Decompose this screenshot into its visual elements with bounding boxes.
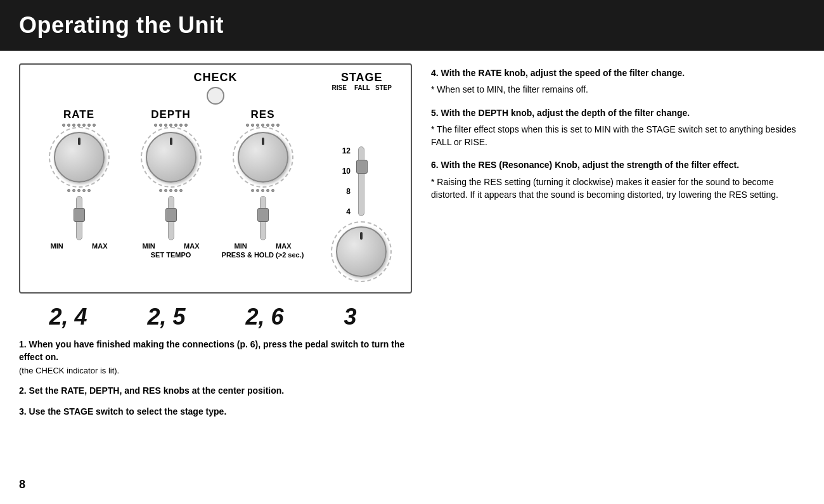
res-label: RES [251, 108, 275, 121]
stage-num-10: 10 [342, 167, 351, 176]
instruction-2: 2. Set the RATE, DEPTH, and RES knobs at… [19, 384, 412, 397]
res-min: MIN [235, 242, 247, 250]
depth-slider [168, 196, 174, 240]
rate-dots-bottom [67, 189, 91, 192]
instruction-5-bold: 5. With the DEPTH knob, adjust the depth… [431, 107, 805, 119]
dot [271, 189, 274, 192]
knobs-area: RATE [33, 108, 398, 282]
stage-num-8: 8 [342, 187, 351, 196]
stage-sub-fall: FALL [354, 84, 370, 91]
stage-slider-col: 12 10 8 4 [331, 146, 392, 282]
dot [87, 189, 91, 192]
res-slider-thumb [257, 208, 269, 222]
instruction-5-note: * The filter effect stops when this is s… [431, 123, 805, 149]
res-knob-col: RES [217, 108, 309, 259]
stage-knob-outer [331, 221, 392, 282]
rate-step-number: 2, 4 [49, 304, 87, 330]
depth-max: MAX [184, 242, 199, 250]
depth-step-number: 2, 5 [147, 304, 185, 330]
depth-min: MIN [143, 242, 155, 250]
dot [169, 189, 172, 192]
stage-label: STAGE [332, 71, 392, 84]
res-max: MAX [276, 242, 291, 250]
stage-num-4: 4 [342, 207, 351, 216]
depth-knob-col: DEPTH [125, 108, 217, 259]
stage-num-12: 12 [342, 146, 351, 155]
res-slider-track [260, 196, 266, 240]
stage-knob-inner [336, 226, 387, 277]
right-instruction-4: 4. With the RATE knob, adjust the speed … [431, 67, 805, 96]
rate-knob-outer [49, 127, 110, 188]
dot [77, 189, 80, 192]
rate-knob-col: RATE [33, 108, 125, 259]
page-title: Operating the Unit [19, 12, 224, 39]
right-instruction-6: 6. With the RES (Resonance) Knob, adjust… [431, 158, 805, 201]
rate-slider-track [76, 196, 82, 240]
rate-knob-inner [54, 132, 105, 183]
rate-slider [76, 196, 82, 240]
res-dots-bottom [251, 189, 274, 192]
left-panel: CHECK STAGE RISE FALL STEP RATE [19, 63, 412, 425]
depth-knob-inner [146, 132, 196, 183]
depth-dots-bottom [159, 189, 183, 192]
stage-area: STAGE RISE FALL STEP [332, 71, 392, 91]
instruction-3: 3. Use the STAGE switch to select the st… [19, 405, 412, 418]
dot [179, 189, 183, 192]
stage-sub: RISE FALL STEP [332, 84, 392, 91]
instruction-1: 1. When you have finished making the con… [19, 338, 412, 377]
stage-sub-step: STEP [375, 84, 392, 91]
right-panel: 4. With the RATE knob, adjust the speed … [431, 63, 805, 425]
right-instruction-5: 5. With the DEPTH knob, adjust the depth… [431, 107, 805, 149]
dot [251, 189, 254, 192]
rate-min: MIN [51, 242, 63, 250]
set-tempo-label: SET TEMPO [151, 251, 191, 259]
dot [164, 189, 167, 192]
stage-slider-wrapper: 12 10 8 4 [358, 146, 364, 216]
instruction-1-bold: 1. When you have finished making the con… [19, 339, 404, 362]
press-hold-label: PRESS & HOLD (>2 sec.) [222, 251, 304, 259]
stage-sub-rise: RISE [332, 84, 347, 91]
dot [266, 189, 269, 192]
depth-label: DEPTH [151, 108, 191, 121]
bottom-numbers-row: 2, 4 2, 5 2, 6 3 [19, 304, 387, 330]
instruction-6-note: * Raising the RES setting (turning it cl… [431, 176, 805, 202]
header: Operating the Unit [0, 0, 824, 51]
instruction-4-note: * When set to MIN, the filter remains of… [431, 83, 805, 96]
instruction-6-bold: 6. With the RES (Resonance) Knob, adjust… [431, 158, 805, 171]
rate-min-max: MIN MAX [51, 242, 108, 250]
instruction-4-bold: 4. With the RATE knob, adjust the speed … [431, 67, 805, 79]
check-indicator [207, 87, 224, 105]
rate-max: MAX [92, 242, 107, 250]
dot [82, 189, 86, 192]
left-instructions: 1. When you have finished making the con… [19, 338, 412, 418]
res-knob-outer [233, 127, 293, 188]
stage-slider-thumb [356, 160, 368, 174]
depth-knob-outer [141, 127, 202, 188]
dot [67, 189, 70, 192]
dot [261, 189, 264, 192]
res-min-max: MIN MAX [235, 242, 292, 250]
depth-slider-track [168, 196, 174, 240]
depth-min-max: MIN MAX [143, 242, 200, 250]
device-diagram: CHECK STAGE RISE FALL STEP RATE [19, 63, 412, 294]
res-knob-inner [238, 132, 288, 183]
rate-label: RATE [63, 108, 94, 121]
page-number: 8 [19, 478, 25, 491]
three-knobs: RATE [33, 108, 309, 259]
depth-slider-thumb [165, 208, 177, 222]
dot [72, 189, 75, 192]
dot [159, 189, 162, 192]
res-slider [260, 196, 266, 240]
stage-step-number: 3 [344, 304, 356, 330]
stage-numbers: 12 10 8 4 [342, 146, 351, 216]
instruction-3-bold: 3. Use the STAGE switch to select the st… [19, 406, 226, 417]
instruction-1-light: (the CHECK indicator is lit). [19, 366, 119, 375]
res-step-number: 2, 6 [245, 304, 283, 330]
dot [174, 189, 177, 192]
rate-slider-thumb [74, 208, 85, 222]
instruction-2-bold: 2. Set the RATE, DEPTH, and RES knobs at… [19, 385, 284, 396]
stage-slider-track [358, 146, 364, 216]
dot [256, 189, 259, 192]
